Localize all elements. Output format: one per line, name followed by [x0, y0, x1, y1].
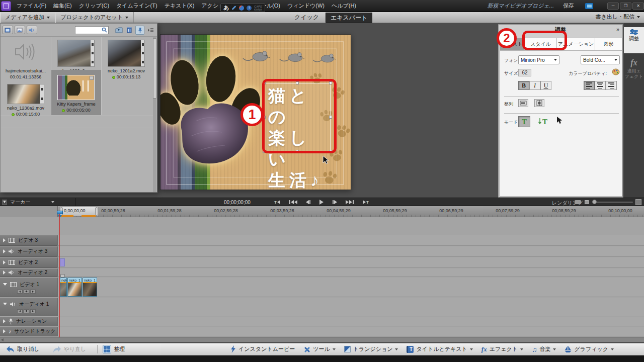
minimize-button[interactable]: ─	[607, 3, 619, 10]
timeline-clip[interactable]: neko_1	[83, 278, 97, 297]
timeline-ruler[interactable]: 0;00;00;00 00;00;59;28 00;01;59;28 00;02…	[0, 206, 644, 217]
music-button[interactable]: ♫ 音楽	[532, 345, 556, 353]
track-header-video1[interactable]: ビデオ 1	[0, 278, 57, 297]
show-audio-toggle[interactable]	[27, 26, 37, 34]
instant-movie-button[interactable]: インスタントムービー	[230, 345, 295, 353]
track-lane-audio3[interactable]	[57, 246, 644, 257]
tab-quick[interactable]: クイック	[294, 13, 319, 22]
color-palette-icon[interactable]	[612, 68, 620, 75]
expand-icon[interactable]	[3, 270, 6, 275]
playhead[interactable]	[57, 211, 63, 214]
keyframe-next-button[interactable]	[30, 290, 36, 294]
video-preview[interactable]: 猫との 楽しい 生活♪ 1	[160, 34, 351, 190]
titles-text-button[interactable]: T タイトルとテキスト	[407, 345, 472, 353]
horizontal-text-mode-button[interactable]: T	[518, 116, 530, 127]
step-back-button[interactable]	[306, 198, 310, 206]
track-lane-audio2[interactable]	[57, 268, 644, 277]
italic-button[interactable]: I	[529, 81, 540, 90]
ime-caps-kana[interactable]: CAPS KANA	[254, 5, 262, 11]
align-center-button[interactable]	[595, 81, 606, 90]
go-to-start-button[interactable]	[289, 198, 297, 206]
expand-icon[interactable]	[3, 249, 6, 253]
align-right-button[interactable]	[606, 81, 617, 90]
bold-button[interactable]: B	[518, 81, 529, 90]
menu-edit[interactable]: 編集(E)	[50, 2, 75, 10]
organize-button[interactable]: 整理	[103, 345, 125, 353]
new-folder-icon[interactable]	[114, 26, 123, 35]
expand-icon[interactable]	[3, 329, 6, 333]
marker-icon[interactable]	[2, 200, 7, 205]
ime-help-icon[interactable]: ?	[247, 6, 252, 11]
save-button[interactable]: 保存	[563, 2, 574, 10]
marker-label[interactable]: マーカー	[10, 199, 30, 206]
menu-file[interactable]: ファイル(F)	[13, 2, 50, 10]
menu-text[interactable]: テキスト(X)	[161, 2, 198, 10]
media-item-video[interactable]: neko_1201a2.mov 00:00:15:13	[101, 38, 151, 84]
collapse-icon[interactable]	[3, 303, 7, 305]
redo-button[interactable]: やり直し	[53, 345, 87, 353]
work-area-end-handle[interactable]	[95, 207, 98, 216]
playhead-line[interactable]	[59, 217, 60, 337]
scroll-left-icon[interactable]	[1, 338, 4, 341]
track-lane-video1[interactable]: nek neko_1 neko_1	[57, 278, 644, 297]
tab-expert[interactable]: エキスパート	[326, 13, 372, 23]
undo-button[interactable]: 取り消し	[6, 345, 40, 353]
close-button[interactable]: ✕	[632, 3, 644, 10]
media-item-video[interactable]: neko_1230a2.mov 00:00:15:00	[1, 84, 51, 115]
media-search-input[interactable]	[76, 27, 102, 33]
monitor-icon[interactable]	[585, 3, 593, 9]
timeline-clip[interactable]: nek	[60, 278, 67, 297]
timeline-h-scrollbar[interactable]	[0, 337, 644, 342]
pin-icon[interactable]	[135, 26, 144, 35]
media-item-audio[interactable]: hajimetenootsukai... 00:01:41:13356	[1, 38, 51, 84]
menu-timeline[interactable]: タイムライン(T)	[113, 2, 161, 10]
keyframe-prev-button[interactable]	[17, 309, 23, 313]
track-lane-narration[interactable]	[57, 317, 644, 326]
show-photo-toggle[interactable]	[15, 26, 25, 34]
ime-tools-icon[interactable]	[232, 6, 236, 10]
previous-edit-button[interactable]: T	[274, 198, 280, 206]
menu-clip[interactable]: クリップ(C)	[75, 2, 113, 10]
track-lane-video2[interactable]	[57, 257, 644, 268]
zoom-out-icon[interactable]	[575, 200, 581, 204]
ime-kana[interactable]: KANA	[254, 8, 262, 11]
track-header-audio2[interactable]: オーディオ 2	[0, 268, 57, 277]
font-family-select[interactable]: Minion Pro	[518, 55, 559, 64]
track-header-video2[interactable]: ビデオ 2	[0, 257, 57, 268]
rail-adjust-button[interactable]: 調整	[624, 27, 644, 53]
expand-icon[interactable]	[3, 319, 6, 323]
track-header-video3[interactable]: ビデオ 3	[0, 235, 57, 246]
timeline-clip[interactable]: neko_1	[67, 278, 82, 297]
effects-button[interactable]: fx エフェクト	[481, 345, 523, 353]
title-clip[interactable]	[60, 258, 65, 266]
center-vertical-button[interactable]	[534, 99, 544, 107]
current-timecode[interactable]: 00;00;00;00	[224, 200, 251, 205]
panel-collapse-icon[interactable]: »	[616, 26, 619, 32]
timeline-maximize-icon[interactable]	[635, 199, 641, 205]
track-lane-audio1[interactable]	[57, 298, 644, 316]
chevron-down-icon[interactable]	[51, 201, 54, 203]
add-media-button[interactable]: メディアを追加	[0, 12, 55, 23]
project-assets-button[interactable]: プロジェクトのアセット	[55, 12, 134, 23]
keyframe-add-button[interactable]	[24, 309, 29, 313]
selection-tool-icon[interactable]	[556, 116, 562, 124]
expand-icon[interactable]	[3, 238, 6, 242]
expand-icon[interactable]	[3, 260, 6, 264]
track-header-audio3[interactable]: オーディオ 3	[0, 246, 57, 257]
restore-button[interactable]: ❐	[620, 3, 631, 10]
tab-shape[interactable]: 図形	[595, 38, 622, 51]
keyframe-next-button[interactable]	[30, 309, 36, 313]
show-video-toggle[interactable]	[3, 26, 13, 34]
track-header-soundtrack[interactable]: ♪ サウンドトラック	[0, 327, 57, 336]
ime-language-icon[interactable]	[239, 6, 244, 11]
menu-help[interactable]: ヘルプ(H)	[328, 2, 360, 10]
clip-group-icon[interactable]	[60, 274, 65, 278]
font-size-field[interactable]: 62	[518, 69, 531, 76]
menu-window[interactable]: ウィンドウ(W)	[284, 2, 328, 10]
track-header-narration[interactable]: ナレーション	[0, 317, 57, 326]
font-style-select[interactable]: Bold Co...	[581, 55, 620, 64]
zoom-in-icon[interactable]	[585, 200, 589, 204]
vertical-text-mode-button[interactable]: T	[536, 116, 549, 127]
underline-button[interactable]: U	[540, 81, 551, 90]
export-share-button[interactable]: 書き出し・配信	[595, 13, 640, 21]
